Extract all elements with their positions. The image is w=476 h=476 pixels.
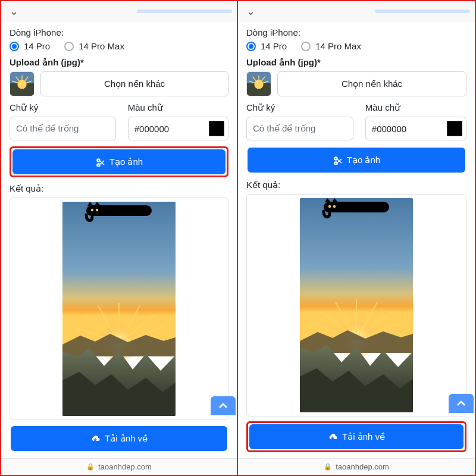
signature-field-group: Chữ ký Có thể để trống [10,102,116,140]
radio-dot-icon [64,42,74,51]
button-label: Tạo ảnh [347,155,380,165]
chevron-down-icon[interactable]: ⌄ [6,4,21,19]
upload-thumbnail[interactable] [246,71,271,96]
generate-highlight: Tạo ảnh [10,146,228,177]
radio-label: 14 Pro [24,41,50,51]
color-label: Màu chữ [128,102,228,113]
result-label: Kết quả: [246,180,466,190]
lock-icon: 🔒 [324,463,332,471]
chevron-up-icon [218,401,228,411]
comparison-container: ⌄ Dòng iPhone: 14 Pro 14 Pro Max Upload … [1,1,475,475]
upload-thumbnail[interactable] [10,71,35,96]
radio-dot-icon [10,42,19,51]
scissors-icon [95,157,105,167]
signature-label: Chữ ký [10,102,116,113]
signature-input[interactable]: Có thể để trống [10,117,116,140]
browser-topbar: ⌄ [238,1,475,21]
result-box [10,198,228,420]
upload-label: Upload ảnh (jpg)* [246,57,466,68]
result-label: Kết quả: [10,183,228,194]
color-input[interactable]: #000000 [128,117,228,140]
button-label: Tải ảnh về [342,431,385,442]
signature-field-group: Chữ ký Có thể để trống [246,102,353,140]
color-swatch[interactable] [447,121,462,136]
color-label: Màu chữ [365,102,466,113]
chevron-up-icon [456,399,466,408]
button-label: Chọn nền khác [104,79,165,89]
button-label: Tạo ảnh [109,156,143,167]
iphone-line-radios: 14 Pro 14 Pro Max [246,41,466,51]
result-wallpaper [300,198,413,412]
cloud-download-icon [90,434,100,443]
color-input[interactable]: #000000 [365,117,466,140]
result-box [246,194,466,416]
radio-label: 14 Pro [261,41,287,51]
generate-wrap: Tạo ảnh [246,146,466,174]
iphone-line-label: Dòng iPhone: [246,27,466,37]
iphone-line-radios: 14 Pro 14 Pro Max [10,41,228,51]
download-highlight: Tải ảnh về [246,421,466,452]
url-bar[interactable]: 🔒 taoanhdep.com [238,458,475,475]
sig-color-row: Chữ ký Có thể để trống Màu chữ #000000 [10,102,228,140]
choose-background-button[interactable]: Chọn nền khác [277,71,466,96]
radio-14-pro[interactable]: 14 Pro [246,41,287,51]
color-field-group: Màu chữ #000000 [128,102,228,140]
url-bar[interactable]: 🔒 taoanhdep.com [1,458,237,475]
radio-label: 14 Pro Max [79,41,124,51]
form-content: Dòng iPhone: 14 Pro 14 Pro Max Upload ản… [238,21,475,458]
upload-label: Upload ảnh (jpg)* [10,57,228,68]
color-swatch[interactable] [209,121,224,136]
signature-input[interactable]: Có thể để trống [246,117,353,140]
color-value: #000000 [372,124,406,134]
radio-14-pro-max[interactable]: 14 Pro Max [64,41,124,51]
upload-row: Chọn nền khác [246,71,466,96]
iphone-line-label: Dòng iPhone: [10,27,228,37]
chevron-down-icon[interactable]: ⌄ [243,4,258,19]
generate-button[interactable]: Tạo ảnh [12,149,226,174]
color-field-group: Màu chữ #000000 [365,102,466,140]
browser-topbar: ⌄ [1,1,237,21]
sig-color-row: Chữ ký Có thể để trống Màu chữ #000000 [246,102,466,140]
scissors-icon [333,155,342,165]
color-value: #000000 [134,124,169,134]
button-label: Tải ảnh về [105,433,148,444]
panel-right: ⌄ Dòng iPhone: 14 Pro 14 Pro Max Upload … [238,1,475,475]
radio-label: 14 Pro Max [315,41,361,51]
scroll-to-top-button[interactable] [211,396,236,415]
generate-button[interactable]: Tạo ảnh [248,148,465,173]
download-button[interactable]: Tải ảnh về [11,426,227,451]
signature-label: Chữ ký [246,102,353,113]
url-text: taoanhdep.com [336,462,389,471]
cloud-download-icon [328,432,337,441]
download-wrap: Tải ảnh về [10,425,228,452]
radio-dot-icon [246,42,256,51]
form-content: Dòng iPhone: 14 Pro 14 Pro Max Upload ản… [1,21,237,458]
panel-left: ⌄ Dòng iPhone: 14 Pro 14 Pro Max Upload … [1,1,238,475]
button-label: Chọn nền khác [342,79,402,89]
result-wallpaper [62,202,176,416]
url-text: taoanhdep.com [98,462,152,471]
tab-indicator [375,10,470,13]
radio-dot-icon [301,42,311,51]
radio-14-pro[interactable]: 14 Pro [10,41,50,51]
radio-14-pro-max[interactable]: 14 Pro Max [301,41,361,51]
upload-row: Chọn nền khác [10,71,228,96]
tab-indicator [137,10,232,13]
lock-icon: 🔒 [86,463,95,471]
choose-background-button[interactable]: Chọn nền khác [40,71,228,96]
download-button[interactable]: Tải ảnh về [249,424,464,449]
scroll-to-top-button[interactable] [449,394,474,413]
